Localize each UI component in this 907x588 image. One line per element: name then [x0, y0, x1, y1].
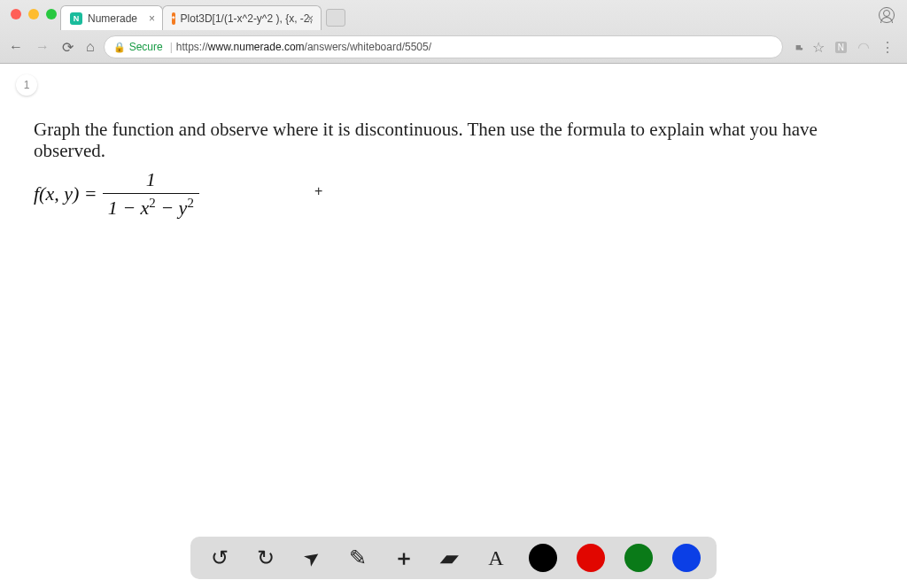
back-button[interactable]: ← — [9, 39, 23, 55]
tab-list: N Numerade × * Plot3D[1/(1-x^2-y^2 ), {x… — [60, 0, 345, 30]
den-minus1: − — [118, 197, 141, 220]
favicon-numerade: N — [70, 12, 82, 25]
tab-close-icon[interactable]: × — [149, 12, 155, 25]
cloud-icon[interactable]: ◠ — [857, 39, 870, 56]
forward-button[interactable]: → — [35, 39, 50, 55]
color-red[interactable] — [577, 544, 605, 572]
fraction: 1 1 − x2 − y2 — [103, 168, 199, 220]
text-tool[interactable]: A — [483, 545, 509, 571]
redo-button[interactable]: ↻ — [252, 545, 279, 571]
address-row: ← → ⟳ ⌂ 🔒 Secure | https://www.numerade.… — [0, 30, 907, 64]
den-y-sq: 2 — [187, 196, 193, 210]
formula-lhs: f(x, y) = — [34, 182, 97, 205]
pencil-tool[interactable]: ✎ — [345, 545, 371, 571]
window-minimize[interactable] — [28, 9, 39, 19]
add-tool[interactable]: ＋ — [391, 545, 417, 571]
window-zoom[interactable] — [46, 9, 57, 19]
tab-title: Numerade — [88, 12, 137, 25]
new-tab-button[interactable] — [326, 9, 345, 27]
url-prefix: https:// — [176, 41, 208, 53]
tab-numerade[interactable]: N Numerade × — [60, 5, 163, 30]
eraser-tool[interactable]: ▰ — [432, 545, 468, 571]
formula: f(x, y) = 1 1 − x2 − y2 — [34, 168, 873, 220]
tab-close-icon[interactable]: × — [307, 12, 314, 25]
bookmark-star-icon[interactable]: ☆ — [812, 39, 825, 56]
browser-chrome: N Numerade × * Plot3D[1/(1-x^2-y^2 ), {x… — [0, 0, 907, 64]
window-controls — [11, 9, 57, 19]
undo-button[interactable]: ↺ — [206, 545, 233, 571]
menu-icon[interactable]: ⋮ — [880, 39, 895, 56]
favicon-wolfram: * — [172, 12, 175, 25]
tab-bar: N Numerade × * Plot3D[1/(1-x^2-y^2 ), {x… — [0, 0, 907, 30]
pointer-tool[interactable]: ➤ — [293, 539, 330, 576]
page-content: 1 Graph the function and observe where i… — [0, 64, 907, 588]
profile-icon[interactable] — [879, 7, 895, 23]
color-green[interactable] — [624, 544, 653, 572]
fraction-numerator: 1 — [103, 168, 199, 193]
window-close[interactable] — [11, 9, 21, 19]
den-1: 1 — [108, 197, 118, 220]
question-text: Graph the function and observe where it … — [34, 119, 873, 161]
tab-title: Plot3D[1/(1-x^2-y^2 ), {x, -2, — [181, 12, 313, 25]
extension-icon[interactable]: N — [835, 42, 847, 53]
url-path: /answers/whiteboard/5505/ — [305, 41, 431, 53]
fraction-denominator: 1 − x2 − y2 — [103, 193, 199, 220]
den-x: x — [141, 197, 150, 220]
tab-wolfram[interactable]: * Plot3D[1/(1-x^2-y^2 ), {x, -2, × — [162, 5, 322, 30]
url-text: https://www.numerade.com/answers/whitebo… — [176, 41, 431, 53]
den-minus2: − — [156, 197, 179, 220]
separator: | — [170, 41, 173, 53]
home-button[interactable]: ⌂ — [86, 39, 95, 55]
reload-button[interactable]: ⟳ — [62, 39, 74, 56]
secure-label: Secure — [129, 41, 163, 53]
whiteboard-toolbar: ↺ ↻ ➤ ✎ ＋ ▰ A — [190, 537, 717, 579]
lock-icon: 🔒 — [113, 42, 126, 53]
color-blue[interactable] — [672, 544, 701, 572]
canvas-cursor: + — [314, 183, 322, 199]
color-black[interactable] — [529, 544, 557, 572]
nav-icons: ← → ⟳ ⌂ — [9, 39, 95, 56]
url-host: www.numerade.com — [208, 41, 305, 53]
den-y: y — [179, 197, 188, 220]
page-number-badge[interactable]: 1 — [16, 74, 37, 96]
question-block: Graph the function and observe where it … — [34, 119, 873, 220]
addr-right-icons: ■● ☆ N ◠ ⋮ — [792, 39, 898, 56]
den-x-sq: 2 — [149, 196, 155, 210]
camera-icon[interactable]: ■● — [795, 42, 802, 52]
address-bar[interactable]: 🔒 Secure | https://www.numerade.com/answ… — [104, 35, 783, 58]
